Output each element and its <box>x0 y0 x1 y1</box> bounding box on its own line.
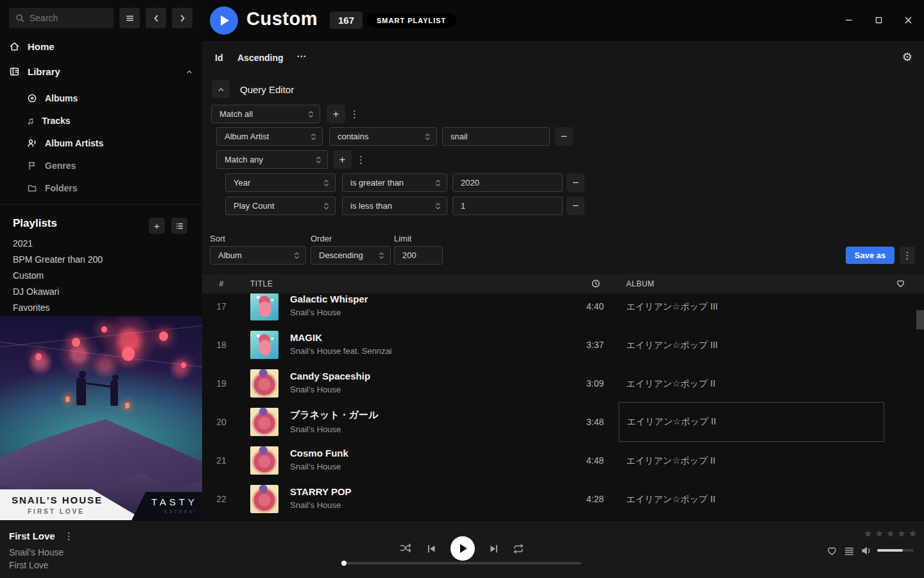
back-button[interactable] <box>146 8 166 28</box>
queue-button[interactable] <box>844 547 854 556</box>
now-playing-artist: Snail’s House <box>9 547 64 557</box>
now-playing-menu-button[interactable]: ⋮ <box>64 531 73 541</box>
column-number[interactable]: # <box>202 279 241 288</box>
rule-operator-select[interactable]: contains <box>329 127 437 146</box>
playlist-list-button[interactable] <box>171 218 187 234</box>
remove-rule-button[interactable]: − <box>567 197 585 215</box>
close-button[interactable] <box>902 14 914 26</box>
sidebar-item-genres[interactable]: Genres <box>27 161 76 171</box>
transport-controls <box>400 536 524 561</box>
star-icon-1[interactable]: ★ <box>864 528 872 539</box>
rule-value-input[interactable] <box>452 197 563 215</box>
sort-order-chip[interactable]: Ascending <box>237 53 284 63</box>
star-icon-2[interactable]: ★ <box>875 528 883 539</box>
sort-select[interactable]: Album <box>210 246 306 265</box>
volume-slider[interactable] <box>877 549 914 552</box>
play-icon <box>221 15 229 26</box>
search-box[interactable] <box>9 8 114 28</box>
add-rule-button[interactable]: + <box>327 105 345 123</box>
track-album: エイリアン☆ポップ II <box>626 378 715 390</box>
remove-rule-button[interactable]: − <box>567 173 585 192</box>
chevron-right-icon <box>178 14 187 22</box>
save-menu-button[interactable]: ⋮ <box>900 247 915 264</box>
maximize-button[interactable] <box>873 14 884 26</box>
maximize-icon <box>875 16 883 24</box>
hand-lantern <box>65 396 70 402</box>
rule-operator-select[interactable]: is less than <box>342 197 447 215</box>
seek-bar[interactable] <box>343 562 581 565</box>
add-playlist-button[interactable]: + <box>149 218 165 234</box>
rule-value-input[interactable] <box>442 127 550 146</box>
sort-field-chip[interactable]: Id <box>215 53 223 63</box>
playlist-item[interactable]: Favorites <box>13 302 50 313</box>
match-type-select[interactable]: Match any <box>216 150 328 169</box>
table-row[interactable]: 17 Galactic Whisper Snail’s House 4:40 エ… <box>202 293 924 326</box>
duration-clock-icon[interactable] <box>591 279 601 288</box>
table-row[interactable]: 20 プラネット・ガール Snail’s House 3:48 エイリアン☆ポッ… <box>202 403 924 441</box>
save-as-button[interactable]: Save as <box>846 247 894 264</box>
forward-button[interactable] <box>172 8 193 28</box>
volume-button[interactable] <box>861 546 873 556</box>
chevron-left-icon <box>152 14 160 22</box>
table-row[interactable]: 22 STARRY POP Snail’s House 4:28 エイリアン☆ポ… <box>202 480 924 518</box>
cover-artist-name: SNAIL'S HOUSE <box>12 495 103 505</box>
minimize-button[interactable] <box>843 14 855 26</box>
sidebar-item-home[interactable]: Home <box>9 41 193 52</box>
smart-playlist-badge: SMART PLAYLIST <box>366 13 456 28</box>
limit-input[interactable] <box>394 246 443 265</box>
column-title[interactable]: TITLE <box>250 279 273 288</box>
select-arrows-icon <box>379 251 384 260</box>
playlist-item[interactable]: BPM Greater than 200 <box>13 254 103 265</box>
playlist-item[interactable]: DJ Okawari <box>13 286 59 297</box>
track-art-thumbnail <box>250 369 278 398</box>
album-cell-focused[interactable]: エイリアン☆ポップ II <box>619 402 884 442</box>
add-rule-button[interactable]: + <box>333 150 352 169</box>
star-icon-5[interactable]: ★ <box>909 528 917 539</box>
track-album: エイリアン☆ポップ II <box>626 455 715 467</box>
column-album[interactable]: ALBUM <box>626 279 654 288</box>
previous-button[interactable] <box>427 544 436 554</box>
group-menu-button[interactable]: ⋮ <box>350 105 359 123</box>
playlist-item[interactable]: Custom <box>13 270 44 281</box>
menu-button[interactable] <box>119 8 140 28</box>
sidebar-item-albums[interactable]: Albums <box>27 93 78 103</box>
scrollbar-thumb[interactable] <box>916 310 924 329</box>
rule-field-select[interactable]: Year <box>225 173 336 192</box>
repeat-button[interactable] <box>513 544 524 554</box>
rule-field-select[interactable]: Album Artist <box>216 127 323 146</box>
repeat-icon <box>513 544 524 554</box>
minimize-icon <box>844 15 853 24</box>
order-select[interactable]: Descending <box>311 246 391 265</box>
table-row[interactable]: 18 MAGIK Snail’s House feat. Sennzai 3:3… <box>202 326 924 364</box>
rule-operator-select[interactable]: is greater than <box>342 173 447 192</box>
star-icon-3[interactable]: ★ <box>886 528 894 539</box>
next-button[interactable] <box>489 544 499 554</box>
query-editor-collapse-button[interactable] <box>212 80 230 98</box>
table-row[interactable]: 19 Candy Spaceship Snail’s House 3:09 エイ… <box>202 364 924 403</box>
record-label-name: TASTY <box>151 496 198 507</box>
favorite-button[interactable] <box>826 546 837 556</box>
select-arrows-icon <box>323 202 329 211</box>
sidebar-item-tracks[interactable]: ♫ Tracks <box>27 116 71 126</box>
shuffle-button[interactable] <box>400 543 413 554</box>
sort-more-menu[interactable]: ••• <box>297 53 307 60</box>
table-row[interactable]: 21 Cosmo Funk Snail’s House 4:48 エイリアン☆ポ… <box>202 441 924 480</box>
play-pause-button[interactable] <box>450 536 475 561</box>
settings-gear-icon[interactable]: ⚙ <box>902 50 912 64</box>
remove-rule-button[interactable]: − <box>555 127 573 146</box>
favorite-heart-icon[interactable] <box>896 279 905 288</box>
rule-field-select[interactable]: Play Count <box>225 197 336 215</box>
playlist-item[interactable]: 2021 <box>13 238 33 249</box>
play-playlist-button[interactable] <box>210 6 238 35</box>
sidebar-item-album-artists[interactable]: Album Artists <box>27 138 103 148</box>
lantern <box>181 362 186 368</box>
star-icon-4[interactable]: ★ <box>897 528 905 539</box>
group-menu-button[interactable]: ⋮ <box>356 150 365 169</box>
seek-handle[interactable] <box>341 561 346 566</box>
rule-value-input[interactable] <box>452 173 563 192</box>
sidebar-item-folders[interactable]: Folders <box>27 183 78 193</box>
shuffle-icon <box>400 543 413 554</box>
match-type-select[interactable]: Match all <box>211 105 320 123</box>
sidebar-item-library[interactable]: Library <box>9 66 193 77</box>
search-input[interactable] <box>30 13 107 23</box>
